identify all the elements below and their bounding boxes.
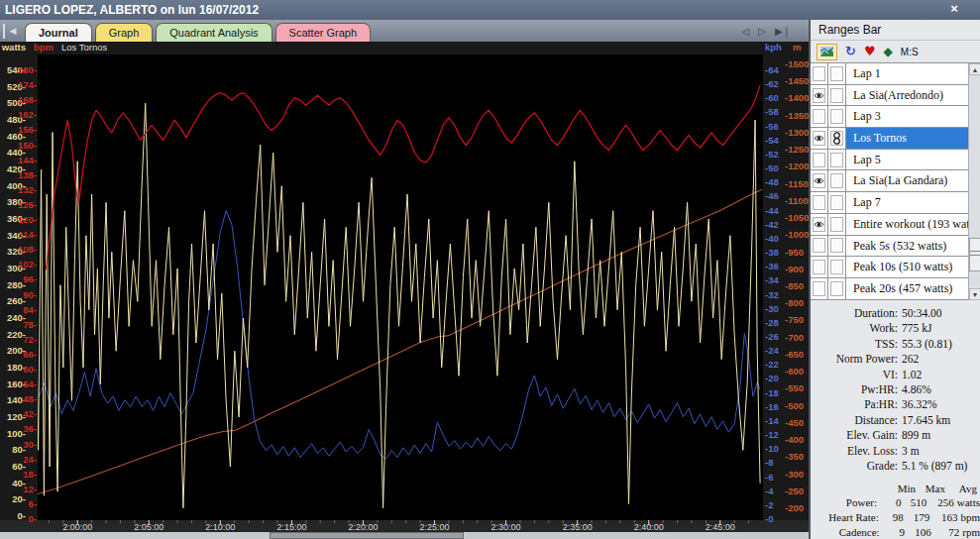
axis-header-m: m	[793, 42, 801, 53]
link-checkbox[interactable]	[830, 195, 843, 210]
range-row-lap-7[interactable]: Lap 7	[811, 192, 980, 214]
visibility-checkbox[interactable]	[813, 238, 825, 253]
range-row-lap-5[interactable]: Lap 5	[811, 150, 980, 171]
tab-scatter-graph[interactable]: Scatter Graph	[275, 23, 371, 42]
x-tick-label: 2:30:00	[491, 522, 521, 532]
link-checkbox[interactable]	[830, 131, 843, 146]
tab-next-icon[interactable]: ▷	[758, 26, 766, 38]
range-label: Peak 10s (510 watts)	[846, 257, 968, 277]
visibility-checkbox[interactable]	[813, 153, 825, 167]
window-titlebar[interactable]: LIGERO LOPEZ, ALBERTO on lun 16/07/2012 …	[0, 0, 980, 20]
axis-header-watts: watts	[1, 42, 26, 53]
link-checkbox[interactable]	[830, 260, 843, 274]
first-tab-icon[interactable]: ◀	[3, 24, 21, 39]
ranges-scrollbar-thumb[interactable]	[969, 238, 980, 271]
ranges-scrollbar[interactable]: ▲▼	[968, 63, 980, 300]
link-checkbox[interactable]	[830, 238, 843, 253]
visibility-checkbox[interactable]	[813, 66, 825, 81]
visibility-checkbox[interactable]	[813, 131, 825, 146]
stat-label: Work:	[811, 321, 902, 336]
kph-tick-label: -6	[765, 472, 773, 483]
kph-tick-label: -56	[765, 121, 779, 132]
watts-tick-label: 0-	[18, 510, 26, 521]
m-tick-label: -450	[785, 417, 804, 428]
time-format-label[interactable]: M:S	[901, 47, 919, 57]
stat-row: Pw:HR:4.86%	[811, 382, 978, 397]
diamond-icon[interactable]: ◆	[884, 45, 893, 58]
range-row-peak-5s-532-watts-[interactable]: Peak 5s (532 watts)	[811, 236, 980, 258]
visibility-checkbox[interactable]	[813, 173, 825, 188]
range-label: Peak 20s (457 watts)	[846, 278, 968, 299]
link-checkbox[interactable]	[830, 217, 843, 232]
range-row-lap-1[interactable]: Lap 1	[811, 63, 980, 85]
tabs-container: JournalGraphQuadrant AnalysisScatter Gra…	[25, 23, 374, 42]
stat-label: Duration:	[811, 306, 902, 321]
scroll-up-icon[interactable]: ▲	[969, 63, 980, 75]
stat-row: Pa:HR:36.32%	[811, 397, 978, 412]
range-row-la-sia-la-gandara-[interactable]: La Sia(La Gandara)	[811, 170, 980, 192]
bpm-tick-label: 12-	[23, 484, 37, 494]
m-tick-label: -750	[785, 314, 804, 325]
stat-label: Norm Power:	[811, 352, 902, 367]
m-tick-label: -350	[785, 451, 804, 462]
tab-graph[interactable]: Graph	[95, 23, 154, 42]
stat-value: 5.1 % (897 m)	[902, 459, 978, 474]
close-icon[interactable]: ×	[946, 1, 962, 17]
range-row-entire-workout-193-watts[interactable]: Entire workout (193 watts	[811, 214, 980, 236]
kph-tick-label: -46	[765, 190, 779, 201]
scroll-down-icon[interactable]: ▼	[969, 288, 980, 300]
bpm-tick-label: 84-	[23, 304, 37, 315]
bpm-tick-label: 126-	[18, 199, 37, 210]
visibility-checkbox[interactable]	[813, 217, 825, 232]
range-row-lap-3[interactable]: Lap 3	[811, 106, 980, 128]
bpm-tick-label: 0-	[29, 513, 37, 524]
tab-quadrant-analysis[interactable]: Quadrant Analysis	[156, 23, 272, 42]
eye-icon	[814, 176, 824, 185]
m-tick-label: -850	[785, 280, 804, 291]
visibility-checkbox[interactable]	[813, 195, 825, 210]
x-tick-label: 2:15:00	[276, 522, 306, 532]
stat-value: 17.645 km	[902, 413, 978, 428]
stat-row: Norm Power:262	[811, 352, 978, 367]
horizontal-scrollbar[interactable]	[0, 532, 809, 539]
minmax-row: Cadence:910672rpm	[811, 525, 980, 539]
main-chart[interactable]: 0-20-40-60-80-100-120-140-160-180-200-22…	[0, 42, 809, 532]
visibility-checkbox[interactable]	[813, 260, 825, 274]
link-checkbox[interactable]	[830, 88, 843, 103]
horizontal-scrollbar-thumb[interactable]	[270, 532, 464, 539]
stat-value: 4.86%	[902, 382, 978, 397]
visibility-checkbox[interactable]	[813, 88, 825, 103]
visibility-checkbox[interactable]	[813, 281, 825, 296]
bpm-tick-label: 102-	[18, 259, 37, 270]
kph-tick-label: -40	[765, 233, 779, 244]
link-checkbox[interactable]	[830, 153, 843, 167]
ranges-bar-title: Ranges Bar	[811, 20, 980, 41]
bpm-tick-label: 174-	[18, 79, 37, 90]
x-tick-label: 2:00:00	[62, 522, 92, 532]
m-tick-label: -650	[785, 349, 804, 360]
range-row-peak-10s-510-watts-[interactable]: Peak 10s (510 watts)	[811, 257, 980, 278]
heart-icon[interactable]: ♥	[864, 45, 876, 58]
range-row-la-sia-arredondo-[interactable]: La Sia(Arredondo)	[811, 85, 980, 107]
tab-journal[interactable]: Journal	[25, 23, 92, 42]
tab-prev-icon[interactable]: ◁	[742, 26, 750, 38]
kph-tick-label: -38	[765, 247, 779, 258]
bpm-tick-label: 180-	[18, 64, 37, 75]
kph-tick-label: -34	[765, 274, 779, 285]
refresh-icon[interactable]: ↻	[845, 45, 856, 58]
tab-last-icon[interactable]: ▶❘	[775, 26, 791, 38]
link-checkbox[interactable]	[830, 281, 843, 296]
stat-value: 3 m	[902, 444, 978, 459]
graph-mode-button[interactable]	[817, 44, 837, 60]
kph-tick-label: -50	[765, 162, 779, 173]
range-row-peak-20s-457-watts-[interactable]: Peak 20s (457 watts)	[811, 278, 980, 300]
stat-row: Duration:50:34.00	[811, 306, 978, 321]
stat-label: Elev. Loss:	[811, 444, 902, 459]
link-checkbox[interactable]	[830, 109, 843, 124]
link-checkbox[interactable]	[830, 173, 843, 188]
range-row-los-tornos[interactable]: Los Tornos	[811, 128, 980, 150]
link-checkbox[interactable]	[830, 66, 843, 81]
m-tick-label: -200	[785, 502, 804, 513]
visibility-checkbox[interactable]	[813, 109, 825, 124]
kph-tick-label: -18	[765, 387, 779, 398]
